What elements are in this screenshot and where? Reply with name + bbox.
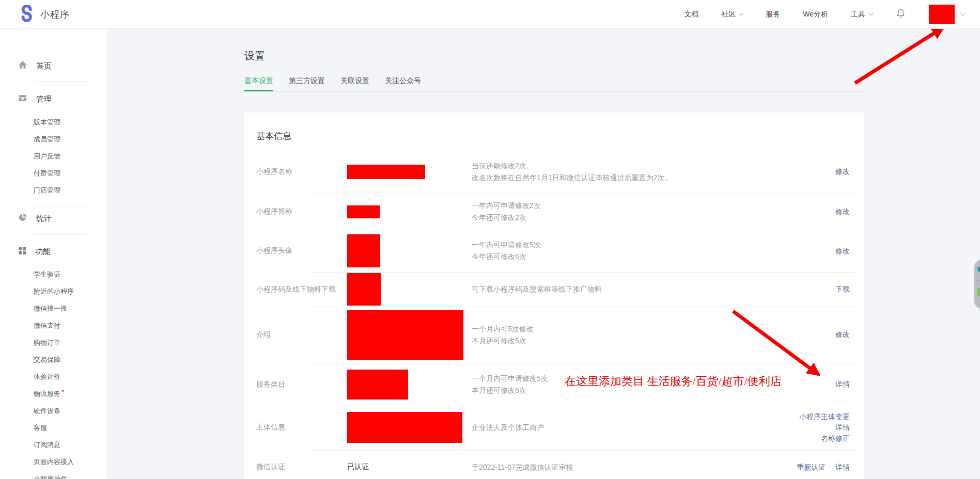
tab-follow-official-account[interactable]: 关注公众号: [385, 76, 421, 91]
widget-divider: [977, 280, 980, 281]
redacted-miniprogram-name: [347, 165, 425, 179]
sidebar-home-label: 首页: [36, 61, 52, 71]
redacted-subject-info: [347, 412, 462, 443]
basic-info-card: 基本信息 小程序名称 当前还能修改2次。 改名次数将在自然年1月1日和微信认证审…: [244, 113, 864, 479]
download-link[interactable]: 下载: [835, 285, 850, 294]
sidebar-item-wechat-pay[interactable]: 微信支付: [0, 317, 106, 334]
sidebar-item-logistics-service[interactable]: 物流服务•: [0, 385, 106, 402]
sidebar-item-payment-manage[interactable]: 付费管理: [0, 165, 106, 182]
chevron-down-icon: [868, 11, 874, 16]
sidebar-item-nearby-miniprogram[interactable]: 附近的小程序: [0, 283, 106, 300]
sidebar-section-label: 统计: [36, 214, 52, 223]
sidebar-item-user-feedback[interactable]: 用户反馈: [0, 148, 106, 165]
widget-dot-icon: [977, 266, 980, 272]
sidebar-item-hardware-device[interactable]: 硬件设备: [0, 402, 106, 419]
sidebar-item-subscribe-message[interactable]: 订阅消息: [0, 436, 106, 453]
row-introduction: 介绍 一个月内可5次修改 本月还可修改5次 修改: [244, 307, 864, 363]
redacted-qrcode-image: [347, 273, 381, 306]
chevron-down-icon: [739, 11, 744, 16]
row-desc: 可下载小程序码及搜索框等线下推广物料: [472, 283, 835, 295]
redacted-service-category: [347, 370, 408, 400]
miniprogram-logo-icon: [19, 5, 35, 24]
row-wechat-verification: 微信认证 已认证 于2022-11-07完成微信认证审核 重新认证 详情: [244, 449, 864, 479]
row-label: 小程序头像: [256, 246, 347, 256]
sidebar-divider: [34, 234, 87, 235]
sidebar-features-list: 学生验证 附近的小程序 微信搜一搜 微信支付 购物订单 交易保障 体验评价 物流…: [0, 266, 106, 479]
row-label: 小程序码及线下物料下载: [256, 285, 347, 294]
row-miniprogram-short-name: 小程序简称 一年内可申请修改2次 今年还可修改2次 修改: [244, 194, 864, 230]
row-label: 主体信息: [256, 423, 347, 432]
sidebar-item-home[interactable]: 首页: [0, 60, 106, 72]
home-icon: [18, 60, 28, 72]
row-desc: 一年内可申请修改5次 今年还可修改5次: [472, 239, 835, 263]
card-heading: 基本信息: [244, 113, 864, 150]
row-label: 小程序名称: [256, 167, 347, 177]
pie-chart-icon: [18, 212, 28, 225]
row-miniprogram-avatar: 小程序头像 一年内可申请修改5次 今年还可修改5次 修改: [244, 230, 864, 272]
row-desc: 于2022-11-07完成微信认证审核: [472, 461, 797, 473]
redacted-introduction: [347, 310, 463, 360]
verification-status: 已认证: [347, 462, 369, 472]
modify-short-name-link[interactable]: 修改: [835, 207, 850, 217]
sidebar-item-wechat-search[interactable]: 微信搜一搜: [0, 300, 106, 317]
sidebar-section-manage[interactable]: 管理: [0, 93, 106, 105]
sidebar-section-label: 管理: [36, 94, 52, 104]
verification-detail-link[interactable]: 详情: [835, 463, 850, 472]
sidebar-item-trade-guarantee[interactable]: 交易保障: [0, 351, 106, 368]
sidebar-divider: [34, 81, 87, 82]
sidebar-manage-list: 版本管理 成员管理 用户反馈 付费管理 门店管理: [0, 114, 106, 199]
row-subject-info: 主体信息 企业法人及个体工商户 小程序主体变更 详情 名称修正: [244, 406, 864, 449]
nav-community[interactable]: 社区: [721, 10, 743, 19]
bell-icon: [895, 8, 906, 21]
modify-introduction-link[interactable]: 修改: [835, 330, 850, 340]
name-correction-link[interactable]: 名称修正: [799, 433, 850, 444]
sidebar-item-shopping-orders[interactable]: 购物订单: [0, 334, 106, 351]
sidebar-divider: [34, 206, 87, 206]
arrow-to-avatar: [855, 27, 943, 83]
row-desc: 企业法人及个体工商户: [472, 422, 799, 434]
edge-floating-widget[interactable]: [974, 260, 980, 309]
sidebar-item-customer-service[interactable]: 客服: [0, 419, 106, 436]
nav-we-analysis[interactable]: We分析: [803, 10, 828, 19]
sidebar-section-features[interactable]: 功能: [0, 245, 106, 258]
row-label: 介绍: [256, 330, 347, 340]
service-category-detail-link[interactable]: 详情: [835, 380, 850, 389]
row-label: 服务类目: [256, 380, 347, 389]
reverify-link[interactable]: 重新认证: [797, 463, 826, 472]
app-logo[interactable]: 小程序: [19, 5, 70, 24]
modify-avatar-link[interactable]: 修改: [835, 247, 850, 256]
page-title: 设置: [244, 49, 265, 63]
widget-bar-icon: [977, 288, 980, 296]
subject-change-link[interactable]: 小程序主体变更: [799, 411, 850, 422]
notification-bell-button[interactable]: [895, 8, 906, 21]
account-menu[interactable]: [929, 5, 965, 24]
sidebar-item-member-manage[interactable]: 成员管理: [0, 131, 106, 148]
app-title: 小程序: [40, 8, 70, 21]
sidebar-item-store-manage[interactable]: 门店管理: [0, 182, 106, 199]
subject-detail-link[interactable]: 详情: [799, 422, 850, 433]
sidebar-item-miniprogram-plugin[interactable]: 小程序插件: [0, 470, 106, 479]
sidebar-item-page-content-access[interactable]: 页面内容接入: [0, 453, 106, 470]
nav-service[interactable]: 服务: [766, 10, 780, 19]
tab-association-settings[interactable]: 关联设置: [340, 76, 369, 91]
row-miniprogram-code-download: 小程序码及线下物料下载 可下载小程序码及搜索框等线下推广物料 下载: [244, 272, 864, 307]
sidebar-section-statistics[interactable]: 统计: [0, 212, 106, 225]
account-avatar-redacted: [929, 5, 955, 24]
nav-docs[interactable]: 文档: [684, 10, 698, 19]
modify-name-link[interactable]: 修改: [835, 167, 850, 177]
redacted-short-name: [347, 205, 380, 218]
row-label: 微信认证: [256, 462, 347, 472]
sidebar-item-student-verify[interactable]: 学生验证: [0, 266, 106, 283]
nav-tools[interactable]: 工具: [851, 10, 873, 19]
tab-third-party-settings[interactable]: 第三方设置: [289, 76, 325, 91]
tab-basic-settings[interactable]: 基本设置: [244, 76, 273, 91]
redacted-avatar-image: [347, 234, 380, 267]
row-label: 小程序简称: [256, 207, 347, 216]
sidebar-section-label: 功能: [35, 247, 51, 257]
annotation-category-note: 在这里添加类目 生活服务/百货/超市/便利店: [565, 374, 813, 389]
sidebar-item-experience-rating[interactable]: 体验评价: [0, 368, 106, 385]
chevron-down-icon: [960, 11, 966, 16]
top-header: 小程序 文档 社区 服务 We分析 工具: [0, 0, 980, 29]
grid-icon: [18, 246, 27, 257]
sidebar-item-version-manage[interactable]: 版本管理: [0, 114, 106, 131]
